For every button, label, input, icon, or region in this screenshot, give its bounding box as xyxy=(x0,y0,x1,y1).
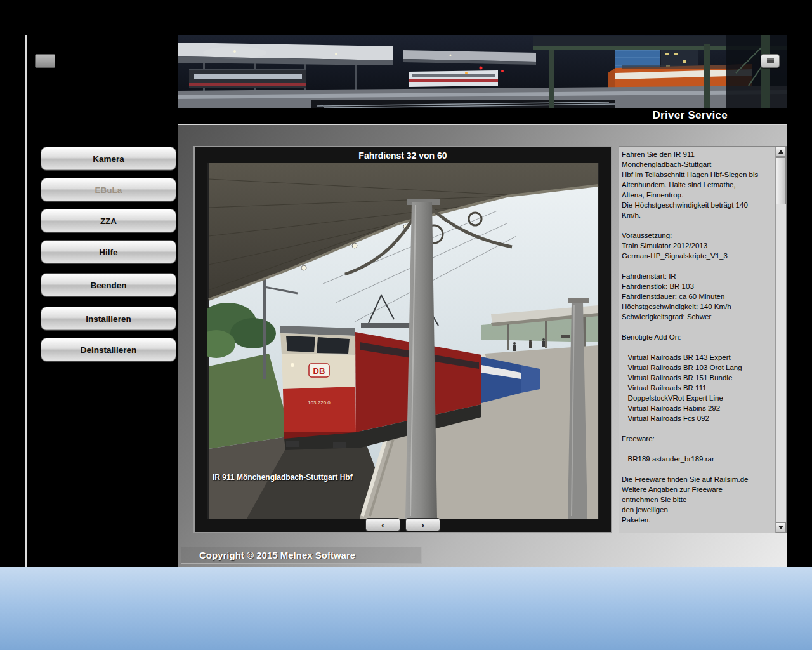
viewer-title: Fahrdienst 32 von 60 xyxy=(195,150,611,161)
screenshot-caption: IR 911 Mönchengladbach-Stuttgart Hbf xyxy=(213,473,353,482)
train-screenshot: DB 103 220 0 xyxy=(207,163,599,519)
arrow-up-icon xyxy=(778,150,783,154)
sidebar-button-beenden[interactable]: Beenden xyxy=(41,273,176,297)
details-text: Fahren Sie den IR 911 Mönchengladbach-St… xyxy=(622,149,773,531)
fahrdienst-viewer: Fahrdienst 32 von 60 xyxy=(193,146,612,533)
title-bar: Driver Service xyxy=(178,108,787,125)
window-control-button[interactable] xyxy=(761,54,780,68)
scrollbar[interactable] xyxy=(775,147,786,533)
app-title: Driver Service xyxy=(652,109,728,122)
db-logo: DB xyxy=(313,366,325,376)
sidebar-button-installieren[interactable]: Installieren xyxy=(41,307,176,331)
app-window: Kamera EBuLa ZZA Hilfe Beenden Installie… xyxy=(25,35,787,567)
minimize-icon xyxy=(767,58,774,63)
banner-image xyxy=(178,35,787,108)
corner-box xyxy=(35,54,55,68)
content-area: Fahrdienst 32 von 60 xyxy=(178,125,787,567)
next-button[interactable]: › xyxy=(405,518,440,531)
arrow-down-icon xyxy=(778,526,783,529)
details-panel: Fahren Sie den IR 911 Mönchengladbach-St… xyxy=(619,146,787,533)
copyright-bar: Copyright © 2015 Melnex Software xyxy=(181,547,422,564)
train-scene: DB 103 220 0 xyxy=(207,163,599,519)
pager: ‹ › xyxy=(195,518,611,531)
sidebar-menu: Kamera EBuLa ZZA Hilfe Beenden Installie… xyxy=(41,147,176,362)
scroll-up-button[interactable] xyxy=(776,147,786,157)
copyright-text: Copyright © 2015 Melnex Software xyxy=(199,550,355,560)
banner-scene xyxy=(178,35,787,108)
sidebar-button-kamera[interactable]: Kamera xyxy=(41,147,176,171)
prev-button[interactable]: ‹ xyxy=(365,518,400,531)
window-left-edge xyxy=(25,35,27,567)
sidebar-button-deinstallieren[interactable]: Deinstallieren xyxy=(41,338,176,362)
desktop: Kamera EBuLa ZZA Hilfe Beenden Installie… xyxy=(0,0,812,650)
loco-number: 103 220 0 xyxy=(308,400,331,406)
scroll-thumb[interactable] xyxy=(776,157,786,204)
sidebar-button-zza[interactable]: ZZA xyxy=(41,209,176,233)
desktop-background xyxy=(0,567,812,650)
sidebar-button-hilfe[interactable]: Hilfe xyxy=(41,240,176,264)
sidebar-button-ebula[interactable]: EBuLa xyxy=(41,178,176,202)
sidebar: Kamera EBuLa ZZA Hilfe Beenden Installie… xyxy=(25,35,178,567)
scroll-down-button[interactable] xyxy=(776,522,786,533)
